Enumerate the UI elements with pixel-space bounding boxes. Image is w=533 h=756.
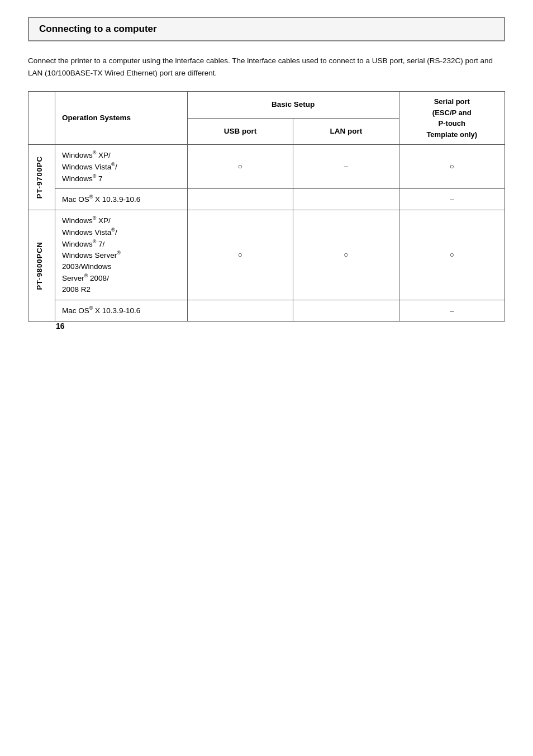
os-text: Mac OS® X 10.3.9-10.6 <box>55 300 187 322</box>
lan-value <box>293 300 399 322</box>
lan-value: – <box>293 145 399 189</box>
table-row: PT-9700PC Windows® XP/Windows Vista®/Win… <box>28 145 505 189</box>
lan-value <box>293 189 399 210</box>
serial-value: – <box>399 189 505 210</box>
device-name-9700pc: PT-9700PC <box>34 156 45 199</box>
usb-value: ○ <box>187 145 293 189</box>
table-row: Mac OS® X 10.3.9-10.6 – <box>28 300 505 322</box>
serial-value: – <box>399 300 505 322</box>
page-header: Connecting to a computer <box>28 17 505 41</box>
intro-text: Connect the printer to a computer using … <box>28 55 505 79</box>
col-header-lan: LAN port <box>293 118 399 145</box>
os-text: Mac OS® X 10.3.9-10.6 <box>55 189 187 210</box>
serial-value: ○ <box>399 145 505 189</box>
lan-value: ○ <box>293 210 399 300</box>
table-row: PT-9800PCN Windows® XP/Windows Vista®/Wi… <box>28 210 505 300</box>
serial-value: ○ <box>399 210 505 300</box>
page-title: Connecting to a computer <box>39 23 494 35</box>
usb-value: ○ <box>187 210 293 300</box>
empty-header-cell <box>28 92 55 145</box>
device-name-9800pcn: PT-9800PCN <box>34 242 45 290</box>
os-text: Windows® XP/Windows Vista®/Windows® 7 <box>55 145 187 189</box>
col-header-usb: USB port <box>187 118 293 145</box>
os-text: Windows® XP/Windows Vista®/Windows® 7/Wi… <box>55 210 187 300</box>
col-header-os: Operation Systems <box>55 92 187 145</box>
compatibility-table: Operation Systems Basic Setup Serial por… <box>28 91 505 322</box>
col-header-basic-setup: Basic Setup <box>187 92 399 119</box>
device-label-9700pc: PT-9700PC <box>28 145 55 210</box>
page-number: 16 <box>56 322 533 330</box>
col-header-serial: Serial port(ESC/P andP-touchTemplate onl… <box>399 92 505 145</box>
usb-value <box>187 300 293 322</box>
device-label-9800pcn: PT-9800PCN <box>28 210 55 322</box>
usb-value <box>187 189 293 210</box>
table-row: Mac OS® X 10.3.9-10.6 – <box>28 189 505 210</box>
